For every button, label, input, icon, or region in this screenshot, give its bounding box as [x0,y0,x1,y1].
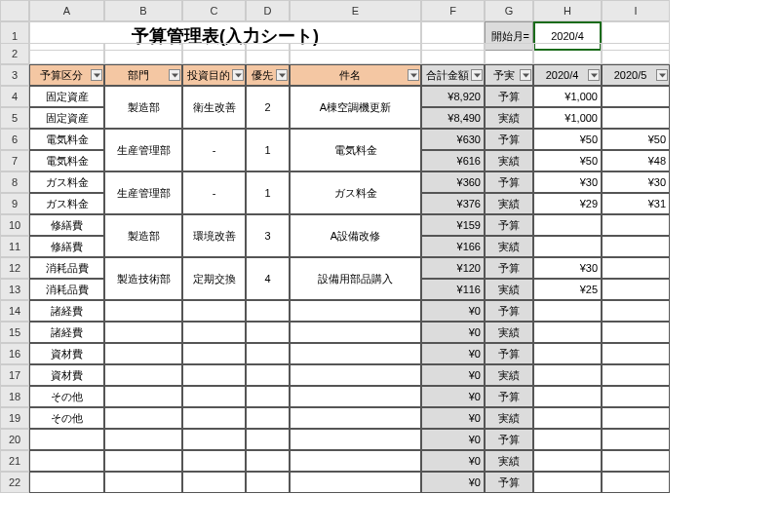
cell-B15[interactable] [104,322,182,343]
cell-A22[interactable] [29,472,104,493]
cell-E14[interactable] [290,300,421,322]
cell-C14[interactable] [182,300,246,322]
cell-I8[interactable]: ¥30 [602,171,670,193]
cell-D10[interactable]: 3 [246,214,290,257]
header-A[interactable]: 予算区分 [29,64,104,86]
cell-H7[interactable]: ¥50 [533,150,602,171]
row-header-10[interactable]: 10 [0,214,29,236]
cell-B6[interactable]: 生産管理部 [104,129,182,171]
header-B[interactable]: 部門 [104,64,182,86]
cell-C20[interactable] [182,429,246,450]
cell-A12[interactable]: 消耗品費 [29,257,104,279]
cell-D18[interactable] [246,386,290,407]
cell-B18[interactable] [104,386,182,407]
cell-H21[interactable] [533,450,602,472]
cell-H11[interactable] [533,236,602,257]
cell-I22[interactable] [602,472,670,493]
cell-H15[interactable] [533,322,602,343]
spreadsheet-grid[interactable]: ABCDEFGHI1予算管理表(入力シート)開始月=2020/423予算区分部門… [0,0,778,493]
filter-dropdown-icon[interactable] [656,69,668,81]
column-header-F[interactable]: F [421,0,485,21]
cell-E6[interactable]: 電気料金 [290,129,421,171]
cell-r2-6[interactable] [485,43,533,64]
cell-F18[interactable]: ¥0 [421,386,485,407]
cell-C16[interactable] [182,343,246,364]
cell-H17[interactable] [533,364,602,386]
cell-A17[interactable]: 資材費 [29,364,104,386]
cell-F9[interactable]: ¥376 [421,193,485,214]
cell-F15[interactable]: ¥0 [421,322,485,343]
row-header-13[interactable]: 13 [0,279,29,300]
filter-dropdown-icon[interactable] [232,69,244,81]
header-F[interactable]: 合計金額 [421,64,485,86]
cell-E16[interactable] [290,343,421,364]
cell-A6[interactable]: 電気料金 [29,129,104,150]
row-header-8[interactable]: 8 [0,171,29,193]
cell-C17[interactable] [182,364,246,386]
cell-A20[interactable] [29,429,104,450]
row-header-15[interactable]: 15 [0,322,29,343]
row-header-9[interactable]: 9 [0,193,29,214]
cell-A15[interactable]: 諸経費 [29,322,104,343]
cell-D4[interactable]: 2 [246,86,290,129]
cell-G7[interactable]: 実績 [485,150,533,171]
column-header-G[interactable]: G [485,0,533,21]
cell-B19[interactable] [104,407,182,429]
row-header-3[interactable]: 3 [0,64,29,86]
row-header-20[interactable]: 20 [0,429,29,450]
column-header-B[interactable]: B [104,0,182,21]
cell-A21[interactable] [29,450,104,472]
cell-A18[interactable]: その他 [29,386,104,407]
row-header-2[interactable]: 2 [0,43,29,64]
cell-H16[interactable] [533,343,602,364]
cell-A13[interactable]: 消耗品費 [29,279,104,300]
column-header-A[interactable]: A [29,0,104,21]
filter-dropdown-icon[interactable] [471,69,483,81]
cell-H5[interactable]: ¥1,000 [533,107,602,129]
cell-E10[interactable]: A設備改修 [290,214,421,257]
cell-B22[interactable] [104,472,182,493]
cell-F4[interactable]: ¥8,920 [421,86,485,107]
cell-G21[interactable]: 実績 [485,450,533,472]
cell-r2-0[interactable] [29,43,104,64]
cell-E19[interactable] [290,407,421,429]
cell-I9[interactable]: ¥31 [602,193,670,214]
cell-I18[interactable] [602,386,670,407]
row-header-21[interactable]: 21 [0,450,29,472]
cell-I10[interactable] [602,214,670,236]
cell-G4[interactable]: 予算 [485,86,533,107]
cell-B14[interactable] [104,300,182,322]
row-header-17[interactable]: 17 [0,364,29,386]
cell-F17[interactable]: ¥0 [421,364,485,386]
cell-I21[interactable] [602,450,670,472]
column-header-C[interactable]: C [182,0,246,21]
cell-A10[interactable]: 修繕費 [29,214,104,236]
header-E[interactable]: 件名 [290,64,421,86]
column-header-H[interactable]: H [533,0,602,21]
cell-F5[interactable]: ¥8,490 [421,107,485,129]
cell-r2-4[interactable] [290,43,421,64]
row-header-5[interactable]: 5 [0,107,29,129]
cell-H4[interactable]: ¥1,000 [533,86,602,107]
cell-G9[interactable]: 実績 [485,193,533,214]
cell-r2-8[interactable] [602,43,670,64]
cell-A11[interactable]: 修繕費 [29,236,104,257]
cell-A7[interactable]: 電気料金 [29,150,104,171]
cell-E15[interactable] [290,322,421,343]
filter-dropdown-icon[interactable] [588,69,600,81]
cell-H8[interactable]: ¥30 [533,171,602,193]
row-header-7[interactable]: 7 [0,150,29,171]
cell-r2-3[interactable] [246,43,290,64]
cell-H13[interactable]: ¥25 [533,279,602,300]
cell-C6[interactable]: - [182,129,246,171]
cell-F6[interactable]: ¥630 [421,129,485,150]
cell-G5[interactable]: 実績 [485,107,533,129]
cell-I17[interactable] [602,364,670,386]
cell-D12[interactable]: 4 [246,257,290,300]
cell-D17[interactable] [246,364,290,386]
cell-D19[interactable] [246,407,290,429]
cell-G18[interactable]: 予算 [485,386,533,407]
cell-G14[interactable]: 予算 [485,300,533,322]
cell-D15[interactable] [246,322,290,343]
cell-H19[interactable] [533,407,602,429]
